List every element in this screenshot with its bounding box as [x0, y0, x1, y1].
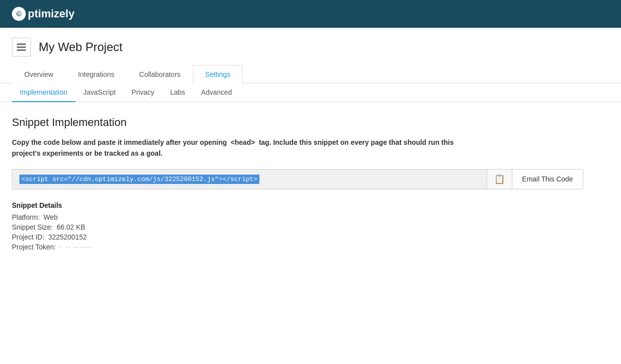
- subtab-labs[interactable]: Labs: [162, 83, 193, 102]
- hamburger-line-2: [17, 47, 26, 48]
- page-header: My Web Project: [0, 28, 621, 62]
- email-button[interactable]: Email This Code: [512, 169, 583, 189]
- tab-overview[interactable]: Overview: [12, 65, 65, 83]
- snippet-code-box[interactable]: <script src="//cdn.optimizely.com/js/322…: [12, 169, 487, 189]
- detail-token-label: Project Token:: [12, 243, 56, 251]
- detail-size-label: Snippet Size:: [12, 223, 53, 231]
- page-title: My Web Project: [39, 40, 123, 54]
- hamburger-line-1: [17, 44, 26, 45]
- copy-button[interactable]: 📋: [487, 169, 512, 189]
- snippet-row: <script src="//cdn.optimizely.com/js/322…: [12, 169, 583, 189]
- subtab-privacy[interactable]: Privacy: [124, 83, 162, 102]
- detail-project-id-label: Project ID:: [12, 233, 44, 241]
- hamburger-button[interactable]: [12, 38, 31, 57]
- description-part1: Copy the code below and paste it immedia…: [12, 138, 227, 146]
- detail-token: Project Token: · ·· ······: [12, 243, 583, 251]
- detail-platform-label: Platform:: [12, 213, 40, 221]
- detail-platform: Platform: Web: [12, 213, 583, 221]
- description-tag: <head>: [231, 138, 255, 146]
- detail-size: Snippet Size: 66.02 KB: [12, 223, 583, 231]
- detail-platform-value: Web: [44, 213, 58, 221]
- snippet-details: Snippet Details Platform: Web Snippet Si…: [12, 201, 583, 251]
- copy-icon: 📋: [494, 174, 505, 184]
- subtab-implementation[interactable]: Implementation: [12, 83, 75, 102]
- description-bold: Copy the code below and paste it immedia…: [12, 138, 454, 157]
- detail-size-value: 66.02 KB: [57, 223, 85, 231]
- logo: © ptimizely: [12, 7, 74, 21]
- detail-token-value: · ·· ······: [60, 243, 92, 251]
- section-title: Snippet Implementation: [12, 116, 583, 129]
- subtab-javascript[interactable]: JavaScript: [75, 83, 124, 102]
- tab-integrations[interactable]: Integrations: [65, 65, 126, 83]
- tab-collaborators[interactable]: Collaborators: [127, 65, 193, 83]
- tab-settings[interactable]: Settings: [193, 65, 243, 83]
- content-area: Snippet Implementation Copy the code bel…: [0, 102, 595, 267]
- description: Copy the code below and paste it immedia…: [12, 137, 458, 159]
- code-highlight: <script src="//cdn.optimizely.com/js/322…: [19, 175, 259, 184]
- detail-project-id: Project ID: 3225200152: [12, 233, 583, 241]
- snippet-details-title: Snippet Details: [12, 201, 583, 209]
- subtab-advanced[interactable]: Advanced: [193, 83, 240, 102]
- logo-circle-icon: ©: [12, 7, 26, 21]
- detail-project-id-value: 3225200152: [48, 233, 87, 241]
- navbar: © ptimizely: [0, 0, 621, 28]
- main-tabs: Overview Integrations Collaborators Sett…: [0, 64, 621, 83]
- sub-tabs: Implementation JavaScript Privacy Labs A…: [0, 83, 621, 102]
- logo-text: ptimizely: [28, 7, 74, 20]
- hamburger-line-3: [17, 50, 26, 51]
